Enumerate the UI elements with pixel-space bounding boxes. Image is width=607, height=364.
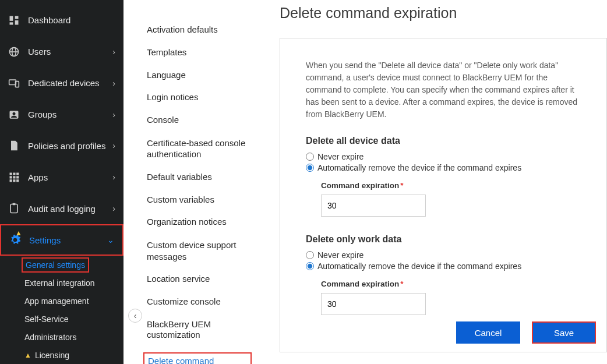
secnav-custom-device-support[interactable]: Custom device support messages [147,234,252,268]
radio-label: Automatically remove the device if the c… [317,163,521,172]
clipboard-icon [8,203,20,214]
main-panel: Delete command expiration When you send … [263,0,607,364]
sidebar-item-label: Dedicated devices [28,78,112,88]
page-title: Delete command expiration [280,5,607,22]
chevron-right-icon: › [112,172,115,182]
sub-item-self-service[interactable]: Self-Service [24,310,123,328]
chevron-right-icon: › [112,204,115,213]
sidebar-item-policies[interactable]: Policies and profiles › [0,130,123,161]
radio-input[interactable] [306,262,314,270]
button-row: Cancel Save [456,321,596,344]
document-icon [8,140,20,151]
page-description: When you send the "Delete all device dat… [306,59,581,121]
secondary-nav: Activation defaults Templates Language L… [123,0,263,364]
secnav-uem-customization[interactable]: BlackBerry UEM customization [147,313,252,347]
secnav-location-service[interactable]: Location service [147,268,252,291]
svg-rect-2 [15,20,19,25]
svg-rect-3 [10,22,13,24]
svg-rect-13 [16,173,19,175]
radio-label: Never expire [317,152,364,161]
sidebar-item-label: Users [28,47,112,56]
section-title: Delete only work data [306,234,581,245]
sub-item-licensing[interactable]: ▲Licensing [24,346,123,364]
svg-rect-21 [13,203,16,205]
svg-rect-11 [10,173,12,175]
section-delete-all: Delete all device data Never expire Auto… [306,136,581,217]
chevron-right-icon: › [112,110,115,119]
warning-icon: ▲ [24,351,31,359]
chevron-right-icon: › [112,141,115,150]
secnav-console[interactable]: Console [147,109,252,132]
sub-item-label: External integration [24,278,95,288]
sidebar: Dashboard Users › Dedicated devices › Gr… [0,0,123,364]
secnav-language[interactable]: Language [147,64,252,87]
field-command-expiration-all: Command expiration* [321,181,581,217]
sidebar-item-groups[interactable]: Groups › [0,99,123,130]
sidebar-item-users[interactable]: Users › [0,36,123,68]
save-button[interactable]: Save [532,321,596,344]
sub-item-app-management[interactable]: App management [24,292,123,310]
radio-auto-remove-work[interactable]: Automatically remove the device if the c… [306,261,581,271]
settings-submenu: General settings External integration Ap… [0,256,123,364]
sidebar-item-label: Dashboard [28,15,115,25]
warning-icon: ▲ [15,229,22,237]
radio-label: Never expire [317,250,364,260]
sidebar-item-audit[interactable]: Audit and logging › [0,193,123,224]
section-delete-work: Delete only work data Never expire Autom… [306,234,581,315]
radio-never-expire-work[interactable]: Never expire [306,250,581,260]
required-indicator: * [400,181,403,190]
svg-rect-1 [15,16,19,19]
svg-rect-18 [13,179,15,182]
devices-icon [8,77,20,89]
sub-item-label: Self-Service [24,314,68,324]
sidebar-item-label: Policies and profiles [28,141,112,151]
sidebar-collapse-handle[interactable]: ‹ [128,309,142,323]
svg-rect-20 [10,204,17,213]
sidebar-item-dashboard[interactable]: Dashboard [0,5,123,36]
secnav-default-variables[interactable]: Default variables [147,166,252,189]
svg-rect-7 [9,80,16,84]
command-expiration-input-all[interactable] [321,195,426,217]
secnav-item-label: Delete command expiration [143,352,252,364]
svg-rect-12 [13,173,15,175]
chevron-right-icon: › [112,79,115,88]
sub-item-external-integration[interactable]: External integration [24,274,123,292]
sub-item-label: Licensing [35,351,69,360]
command-expiration-input-work[interactable] [321,293,426,315]
secnav-login-notices[interactable]: Login notices [147,86,252,109]
svg-rect-15 [13,176,15,179]
settings-card: When you send the "Delete all device dat… [280,38,607,352]
secnav-customize-console[interactable]: Customize console [147,291,252,313]
groups-icon [8,109,20,121]
field-label: Command expiration* [321,181,404,190]
secnav-delete-command-expiration[interactable]: Delete command expiration [147,347,252,364]
secnav-custom-variables[interactable]: Custom variables [147,189,252,211]
radio-auto-remove-all[interactable]: Automatically remove the device if the c… [306,163,581,172]
sidebar-item-settings[interactable]: ▲ Settings ⌄ [0,224,123,256]
sidebar-item-label: Groups [28,109,112,119]
globe-icon [8,46,20,58]
radio-input[interactable] [306,251,314,259]
sidebar-item-dedicated-devices[interactable]: Dedicated devices › [0,68,123,99]
svg-rect-0 [10,16,13,20]
radio-never-expire-all[interactable]: Never expire [306,152,581,161]
field-label: Command expiration* [321,280,404,288]
svg-point-10 [13,112,16,115]
sidebar-item-label: Audit and logging [28,204,112,214]
sub-item-label: General settings [22,257,89,273]
sidebar-item-label: Apps [28,172,112,182]
sidebar-item-apps[interactable]: Apps › [0,161,123,193]
radio-input[interactable] [306,164,314,172]
secnav-activation-defaults[interactable]: Activation defaults [147,19,252,41]
sub-item-general-settings[interactable]: General settings [24,256,123,274]
svg-rect-17 [10,179,12,182]
radio-label: Automatically remove the device if the c… [317,261,521,271]
secnav-org-notices[interactable]: Organization notices [147,211,252,234]
chevron-right-icon: › [112,47,115,56]
secnav-templates[interactable]: Templates [147,41,252,64]
radio-input[interactable] [306,153,314,161]
svg-rect-14 [10,176,12,179]
sub-item-administrators[interactable]: Administrators [24,328,123,346]
cancel-button[interactable]: Cancel [456,321,520,344]
secnav-cert-console-auth[interactable]: Certificate-based console authentication [147,132,252,166]
